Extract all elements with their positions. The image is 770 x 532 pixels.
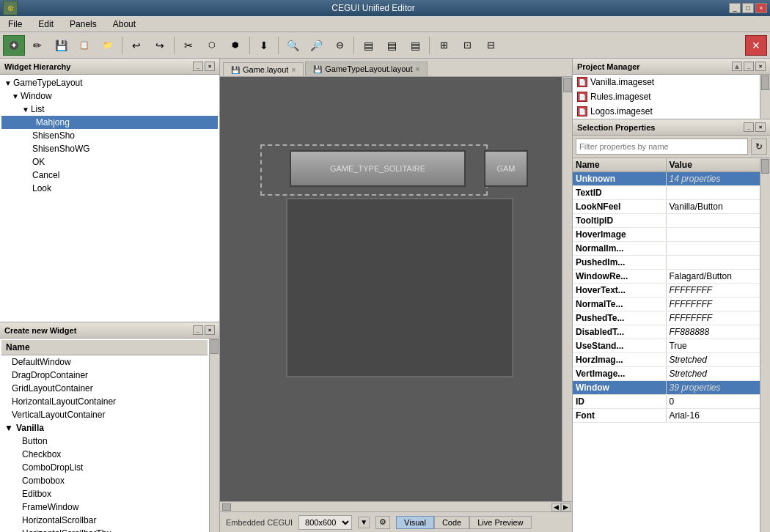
- widget-item-defaultwindow[interactable]: DefaultWindow: [1, 355, 208, 369]
- bar1-button[interactable]: ⊞: [433, 35, 455, 56]
- prop-row-id[interactable]: ID 0: [573, 395, 760, 409]
- menu-file[interactable]: File: [3, 18, 27, 31]
- zoom-out-button[interactable]: ⊖: [329, 35, 351, 56]
- widget-category-vanilla[interactable]: ▼ Vanilla: [1, 421, 208, 435]
- minimize-button[interactable]: _: [729, 3, 741, 13]
- paste-button[interactable]: ⬢: [224, 35, 246, 56]
- cut-button[interactable]: ✂: [177, 35, 199, 56]
- prop-row-vertimage[interactable]: VertImage... Stretched: [573, 367, 760, 381]
- widget-item-combobox[interactable]: Combobox: [1, 474, 208, 487]
- canvas-settings-btn[interactable]: ⚙: [375, 516, 390, 529]
- tree-item-window[interactable]: ▼ Window: [1, 89, 218, 103]
- redo-button[interactable]: ↪: [149, 35, 171, 56]
- tab-gametypelayout[interactable]: 💾 GameTypeLayout.layout ×: [305, 62, 428, 76]
- copy-button[interactable]: ⬡: [201, 35, 223, 56]
- tab-close-gametypelayout[interactable]: ×: [415, 65, 419, 73]
- pm-scrollbar[interactable]: [760, 75, 770, 119]
- widget-item-vlayout[interactable]: VerticalLayoutContainer: [1, 408, 208, 421]
- resolution-menu-btn[interactable]: ▼: [358, 517, 370, 528]
- hscroll-right[interactable]: ▶: [561, 503, 571, 511]
- filter-refresh-btn[interactable]: ↻: [751, 138, 767, 155]
- pm-close-btn[interactable]: ×: [755, 62, 766, 71]
- sp-close-btn[interactable]: ×: [755, 122, 766, 132]
- prop-row-normalim[interactable]: NormalIm...: [573, 242, 760, 256]
- view-tab-livepreview[interactable]: Live Preview: [469, 516, 531, 529]
- create-widget-scrollbar[interactable]: [209, 339, 219, 532]
- bar2-button[interactable]: ⊡: [456, 35, 478, 56]
- prop-row-window[interactable]: Window 39 properties: [573, 381, 760, 395]
- zoom-in-button[interactable]: 🔎: [305, 35, 327, 56]
- wh-minimize-btn[interactable]: _: [193, 62, 203, 71]
- maximize-button[interactable]: □: [742, 3, 754, 13]
- bar3-button[interactable]: ⊟: [480, 35, 502, 56]
- prop-row-textid[interactable]: TextID: [573, 186, 760, 200]
- align-center-button[interactable]: ▤: [381, 35, 403, 56]
- widget-item-hscrollbar[interactable]: HorizontalScrollbar: [1, 514, 208, 527]
- prop-row-windowre[interactable]: WindowRe... Falagard/Button: [573, 270, 760, 284]
- widget-item-combodroplist[interactable]: ComboDropList: [1, 461, 208, 474]
- canvas-widget-gam[interactable]: GAM: [484, 150, 528, 187]
- saveall-button[interactable]: 📁: [97, 35, 119, 56]
- wh-close-btn[interactable]: ×: [205, 62, 215, 71]
- close-red-button[interactable]: ✕: [745, 35, 767, 56]
- prop-row-hovertext[interactable]: HoverText... FFFFFFFF: [573, 284, 760, 298]
- cw-minimize-btn[interactable]: _: [193, 325, 203, 335]
- widget-item-checkbox[interactable]: Checkbox: [1, 448, 208, 461]
- pm-item-vanilla-imageset[interactable]: 📄 Vanilla.imageset: [573, 75, 760, 89]
- widget-item-framewindow[interactable]: FrameWindow: [1, 500, 208, 514]
- canvas-vscrollbar[interactable]: [562, 77, 572, 501]
- zoom-reset-button[interactable]: 🔍: [282, 35, 304, 56]
- sp-minimize-btn[interactable]: _: [744, 122, 754, 132]
- widget-item-dragdrop[interactable]: DragDropContainer: [1, 369, 208, 382]
- prop-row-horzimag[interactable]: HorzImag... Stretched: [573, 353, 760, 367]
- canvas-widget-solitaire[interactable]: GAME_TYPE_SOLITAIRE: [290, 150, 466, 187]
- edit-button[interactable]: ✏: [26, 35, 48, 56]
- pm-sort-btn[interactable]: ▲: [732, 62, 742, 71]
- prop-row-normalte[interactable]: NormalTe... FFFFFFFF: [573, 298, 760, 311]
- props-scrollbar-v[interactable]: [760, 158, 770, 532]
- hscroll-left[interactable]: ◀: [551, 503, 561, 511]
- tab-game-layout[interactable]: 💾 Game.layout ×: [223, 62, 304, 76]
- prop-row-disabledt[interactable]: DisabledT... FF888888: [573, 325, 760, 339]
- widget-item-hscrollbarthu[interactable]: HorizontalScrollbarThu...: [1, 527, 208, 532]
- new-button[interactable]: ✦: [3, 35, 25, 56]
- close-button[interactable]: ×: [755, 3, 767, 13]
- resolution-select[interactable]: 800x600: [298, 515, 352, 530]
- canvas-hscrollbar[interactable]: ◀ ▶: [220, 501, 572, 511]
- tree-item-shisenshowg[interactable]: ShisenShoWG: [1, 142, 218, 155]
- cw-close-btn[interactable]: ×: [205, 325, 215, 335]
- pm-item-rules-imageset[interactable]: 📄 Rules.imageset: [573, 89, 760, 104]
- import-button[interactable]: ⬇: [253, 35, 275, 56]
- undo-button[interactable]: ↩: [125, 35, 147, 56]
- align-right-button[interactable]: ▤: [404, 35, 426, 56]
- prop-row-usestand[interactable]: UseStand... True: [573, 339, 760, 353]
- tree-item-gametypelayout[interactable]: ▼ GameTypeLayout: [1, 76, 218, 89]
- tree-item-list[interactable]: ▼ List: [1, 103, 218, 116]
- filter-input[interactable]: [576, 138, 748, 155]
- widget-item-editbox[interactable]: Editbox: [1, 487, 208, 500]
- save-button[interactable]: 💾: [50, 35, 72, 56]
- widget-item-button[interactable]: Button: [1, 435, 208, 448]
- align-left-button[interactable]: ▤: [357, 35, 379, 56]
- view-tab-visual[interactable]: Visual: [396, 516, 434, 529]
- widget-item-hlayout[interactable]: HorizontalLayoutContainer: [1, 395, 208, 408]
- saveas-button[interactable]: 📋: [73, 35, 95, 56]
- view-tab-code[interactable]: Code: [434, 516, 469, 529]
- widget-item-gridlayout[interactable]: GridLayoutContainer: [1, 382, 208, 395]
- tree-item-shisensho[interactable]: ShisenSho: [1, 129, 218, 142]
- prop-row-hoverimage[interactable]: HoverImage: [573, 228, 760, 242]
- menu-about[interactable]: About: [108, 18, 141, 31]
- menu-panels[interactable]: Panels: [65, 18, 102, 31]
- prop-row-looknfeel[interactable]: LookNFeel Vanilla/Button: [573, 200, 760, 214]
- prop-row-unknown[interactable]: Unknown 14 properties: [573, 172, 760, 186]
- tab-close-game[interactable]: ×: [291, 66, 296, 74]
- prop-row-tooltipid[interactable]: TooltipID: [573, 214, 760, 228]
- tree-item-cancel[interactable]: Cancel: [1, 169, 218, 182]
- prop-row-pushedte[interactable]: PushedTe... FFFFFFFF: [573, 311, 760, 325]
- prop-row-pushedim[interactable]: PushedIm...: [573, 256, 760, 270]
- pm-item-logos-imageset[interactable]: 📄 Logos.imageset: [573, 104, 760, 119]
- tree-item-ok[interactable]: OK: [1, 155, 218, 169]
- tree-item-mahjong[interactable]: Mahjong: [1, 116, 218, 129]
- prop-row-font[interactable]: Font Arial-16: [573, 409, 760, 423]
- pm-minimize-btn[interactable]: _: [744, 62, 754, 71]
